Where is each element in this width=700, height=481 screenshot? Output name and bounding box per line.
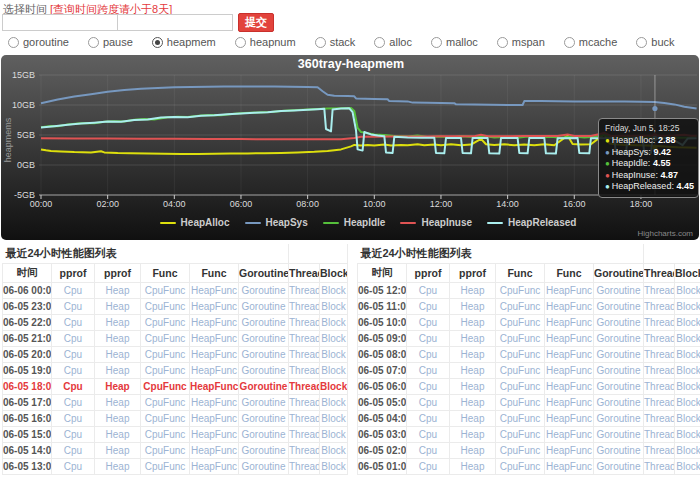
link-block-06-050900[interactable]: Block <box>676 333 700 344</box>
link-block-06-052300[interactable]: Block <box>321 301 345 312</box>
link-heap-06-051600[interactable]: Heap <box>106 413 130 424</box>
link-cpu-06-052000[interactable]: Cpu <box>64 349 82 360</box>
link-cpufunc-06-060000[interactable]: CpuFunc <box>145 285 186 296</box>
link-heap-06-050200[interactable]: Heap <box>461 445 485 456</box>
radio-buck[interactable]: buck <box>636 36 674 48</box>
link-cpu-06-051900[interactable]: Cpu <box>64 365 82 376</box>
link-goroutine-06-050700[interactable]: Goroutine <box>597 365 641 376</box>
link-cpu-06-052200[interactable]: Cpu <box>64 317 82 328</box>
link-block-06-060000[interactable]: Block <box>321 285 345 296</box>
link-block-06-050300[interactable]: Block <box>676 429 700 440</box>
legend-item-heapinuse[interactable]: HeapInuse <box>400 217 472 228</box>
link-thread-06-051700[interactable]: Thread <box>289 397 320 408</box>
link-heap-06-050600[interactable]: Heap <box>461 381 485 392</box>
link-block-06-050100[interactable]: Block <box>676 461 700 472</box>
link-heapfunc-06-051500[interactable]: HeapFunc <box>191 429 237 440</box>
link-goroutine-06-051600[interactable]: Goroutine <box>242 413 286 424</box>
link-cpufunc-06-051800[interactable]: CpuFunc <box>143 381 186 392</box>
link-cpufunc-06-051100[interactable]: CpuFunc <box>500 301 541 312</box>
link-thread-06-050300[interactable]: Thread <box>644 429 675 440</box>
link-goroutine-06-051700[interactable]: Goroutine <box>242 397 286 408</box>
link-heapfunc-06-051100[interactable]: HeapFunc <box>546 301 592 312</box>
submit-button[interactable]: 提交 <box>238 13 274 32</box>
link-heap-06-050800[interactable]: Heap <box>461 349 485 360</box>
link-thread-06-051800[interactable]: Thread <box>289 381 320 392</box>
link-block-06-052000[interactable]: Block <box>321 349 345 360</box>
link-thread-06-052200[interactable]: Thread <box>289 317 320 328</box>
radio-circle-mspan[interactable] <box>497 37 508 48</box>
link-goroutine-06-051400[interactable]: Goroutine <box>242 445 286 456</box>
link-thread-06-051300[interactable]: Thread <box>289 461 320 472</box>
link-goroutine-06-050400[interactable]: Goroutine <box>597 413 641 424</box>
link-goroutine-06-052300[interactable]: Goroutine <box>242 301 286 312</box>
link-cpufunc-06-052000[interactable]: CpuFunc <box>145 349 186 360</box>
link-thread-06-051900[interactable]: Thread <box>289 365 320 376</box>
link-heap-06-051100[interactable]: Heap <box>461 301 485 312</box>
link-heap-06-051300[interactable]: Heap <box>106 461 130 472</box>
link-goroutine-06-051300[interactable]: Goroutine <box>242 461 286 472</box>
link-cpufunc-06-051700[interactable]: CpuFunc <box>145 397 186 408</box>
link-heapfunc-06-050300[interactable]: HeapFunc <box>546 429 592 440</box>
link-cpu-06-050500[interactable]: Cpu <box>419 397 437 408</box>
start-time-input[interactable] <box>2 14 118 31</box>
link-block-06-050700[interactable]: Block <box>676 365 700 376</box>
link-heap-06-051000[interactable]: Heap <box>461 317 485 328</box>
link-goroutine-06-051800[interactable]: Goroutine <box>240 381 288 392</box>
link-block-06-051900[interactable]: Block <box>321 365 345 376</box>
legend-item-heapreleased[interactable]: HeapReleased <box>487 217 576 228</box>
link-cpufunc-06-050300[interactable]: CpuFunc <box>500 429 541 440</box>
link-cpu-06-051100[interactable]: Cpu <box>419 301 437 312</box>
link-cpufunc-06-052100[interactable]: CpuFunc <box>145 333 186 344</box>
link-heap-06-052200[interactable]: Heap <box>106 317 130 328</box>
link-cpufunc-06-050200[interactable]: CpuFunc <box>500 445 541 456</box>
link-heap-06-051900[interactable]: Heap <box>106 365 130 376</box>
link-cpu-06-050600[interactable]: Cpu <box>419 381 437 392</box>
link-thread-06-051400[interactable]: Thread <box>289 445 320 456</box>
link-heapfunc-06-050800[interactable]: HeapFunc <box>546 349 592 360</box>
link-cpufunc-06-050400[interactable]: CpuFunc <box>500 413 541 424</box>
link-goroutine-06-052200[interactable]: Goroutine <box>242 317 286 328</box>
link-cpu-06-050800[interactable]: Cpu <box>419 349 437 360</box>
link-heapfunc-06-050700[interactable]: HeapFunc <box>546 365 592 376</box>
link-thread-06-050200[interactable]: Thread <box>644 445 675 456</box>
link-thread-06-060000[interactable]: Thread <box>289 285 320 296</box>
link-cpu-06-051000[interactable]: Cpu <box>419 317 437 328</box>
link-heapfunc-06-051800[interactable]: HeapFunc <box>190 381 238 392</box>
link-heap-06-051400[interactable]: Heap <box>106 445 130 456</box>
link-cpu-06-051500[interactable]: Cpu <box>64 429 82 440</box>
link-heap-06-052300[interactable]: Heap <box>106 301 130 312</box>
link-heap-06-050700[interactable]: Heap <box>461 365 485 376</box>
link-heap-06-051200[interactable]: Heap <box>461 285 485 296</box>
link-heapfunc-06-052100[interactable]: HeapFunc <box>191 333 237 344</box>
link-cpu-06-051800[interactable]: Cpu <box>63 381 82 392</box>
radio-circle-heapnum[interactable] <box>235 37 246 48</box>
link-goroutine-06-050900[interactable]: Goroutine <box>597 333 641 344</box>
link-heap-06-050400[interactable]: Heap <box>461 413 485 424</box>
link-heapfunc-06-051000[interactable]: HeapFunc <box>546 317 592 328</box>
link-cpu-06-052300[interactable]: Cpu <box>64 301 82 312</box>
link-cpufunc-06-050500[interactable]: CpuFunc <box>500 397 541 408</box>
link-heapfunc-06-051300[interactable]: HeapFunc <box>191 461 237 472</box>
link-thread-06-050800[interactable]: Thread <box>644 349 675 360</box>
link-heapfunc-06-050500[interactable]: HeapFunc <box>546 397 592 408</box>
radio-circle-pause[interactable] <box>88 37 99 48</box>
link-goroutine-06-052000[interactable]: Goroutine <box>242 349 286 360</box>
link-block-06-052100[interactable]: Block <box>321 333 345 344</box>
link-cpufunc-06-051300[interactable]: CpuFunc <box>145 461 186 472</box>
legend-item-heapalloc[interactable]: HeapAlloc <box>160 217 230 228</box>
link-heapfunc-06-051600[interactable]: HeapFunc <box>191 413 237 424</box>
radio-goroutine[interactable]: goroutine <box>8 36 69 48</box>
link-cpu-06-051700[interactable]: Cpu <box>64 397 82 408</box>
link-cpu-06-052100[interactable]: Cpu <box>64 333 82 344</box>
link-block-06-051200[interactable]: Block <box>676 285 700 296</box>
link-cpufunc-06-051000[interactable]: CpuFunc <box>500 317 541 328</box>
link-thread-06-050600[interactable]: Thread <box>644 381 675 392</box>
link-goroutine-06-050100[interactable]: Goroutine <box>597 461 641 472</box>
radio-heapnum[interactable]: heapnum <box>235 36 296 48</box>
link-block-06-050600[interactable]: Block <box>676 381 700 392</box>
radio-stack[interactable]: stack <box>315 36 356 48</box>
radio-circle-mcache[interactable] <box>564 37 575 48</box>
link-heap-06-052100[interactable]: Heap <box>106 333 130 344</box>
link-goroutine-06-050600[interactable]: Goroutine <box>597 381 641 392</box>
radio-alloc[interactable]: alloc <box>374 36 412 48</box>
